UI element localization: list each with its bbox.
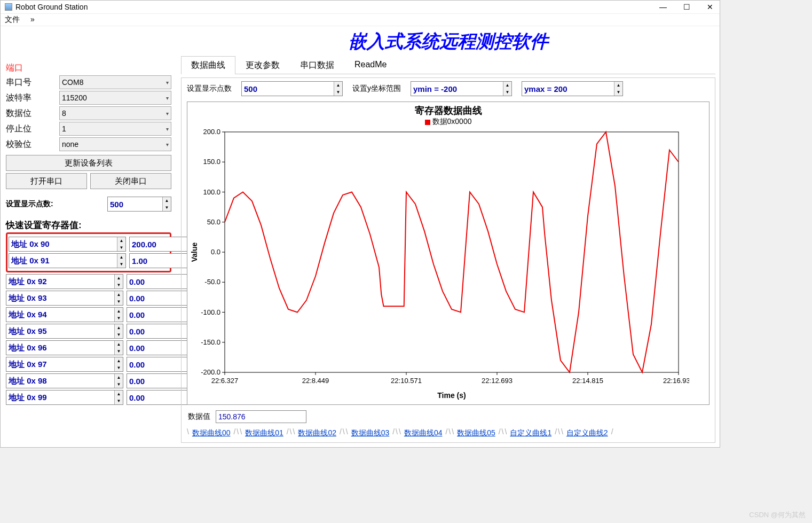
svg-text:-100.0: -100.0 [201, 308, 220, 316]
chart-points-spin[interactable]: ▲▼ [241, 81, 343, 96]
spin-up-icon[interactable]: ▲ [115, 357, 123, 364]
close-button[interactable]: ✕ [705, 3, 715, 11]
spin-up-icon[interactable]: ▲ [115, 391, 123, 397]
bottom-tab-5[interactable]: 数据曲线05 [455, 427, 498, 439]
minimize-button[interactable]: — [658, 3, 668, 11]
register-addr-spin[interactable]: ▲▼ [6, 373, 123, 388]
ymax-spin[interactable]: ▲▼ [522, 81, 623, 96]
spin-up-icon[interactable]: ▲ [334, 82, 342, 89]
spin-down-icon[interactable]: ▼ [503, 89, 511, 96]
register-row: ▲▼▲▼ [9, 237, 169, 252]
svg-text:-150.0: -150.0 [201, 338, 220, 346]
spin-down-icon[interactable]: ▼ [334, 89, 342, 96]
highlighted-registers: ▲▼▲▼▲▼▲▼ [6, 232, 171, 272]
page-title: 嵌入式系统远程测控软件 [181, 29, 715, 54]
spin-down-icon[interactable]: ▼ [115, 331, 123, 338]
spin-down-icon[interactable]: ▼ [163, 204, 171, 211]
bottom-tab-7[interactable]: 自定义曲线2 [564, 427, 610, 439]
spin-down-icon[interactable]: ▼ [115, 315, 123, 322]
register-addr-spin[interactable]: ▲▼ [6, 390, 123, 405]
svg-text:22:8.449: 22:8.449 [302, 377, 329, 385]
app-icon [5, 3, 12, 11]
tab-0[interactable]: 数据曲线 [181, 56, 235, 74]
open-port-button[interactable]: 打开串口 [6, 173, 87, 189]
spin-up-icon[interactable]: ▲ [117, 254, 125, 261]
register-addr-input[interactable] [6, 291, 114, 305]
refresh-devices-button[interactable]: 更新设备列表 [6, 155, 171, 171]
spin-up-icon[interactable]: ▲ [503, 82, 511, 89]
spin-down-icon[interactable]: ▼ [115, 381, 123, 388]
tab-1[interactable]: 更改参数 [235, 56, 290, 74]
spin-up-icon[interactable]: ▲ [163, 197, 171, 204]
data-value-input[interactable] [216, 410, 306, 423]
register-addr-input[interactable] [6, 391, 114, 404]
spin-up-icon[interactable]: ▲ [115, 275, 123, 282]
stopbits-select[interactable]: 1▾ [59, 122, 171, 136]
spin-down-icon[interactable]: ▼ [115, 348, 123, 355]
ymin-spin[interactable]: ▲▼ [411, 81, 512, 96]
display-points-input[interactable] [108, 197, 162, 211]
spin-up-icon[interactable]: ▲ [115, 341, 123, 348]
register-addr-spin[interactable]: ▲▼ [6, 324, 123, 339]
register-addr-input[interactable] [9, 237, 117, 251]
register-addr-input[interactable] [6, 374, 114, 388]
register-addr-spin[interactable]: ▲▼ [6, 307, 123, 322]
serial-select[interactable]: COM8▾ [59, 75, 171, 89]
register-addr-spin[interactable]: ▲▼ [9, 253, 126, 268]
baud-label: 波特率 [6, 92, 59, 104]
chart-yrange-label: 设置y坐标范围 [352, 84, 401, 93]
menu-more[interactable]: » [30, 15, 35, 24]
register-addr-spin[interactable]: ▲▼ [6, 340, 123, 355]
register-addr-input[interactable] [6, 275, 114, 288]
bottom-tab-2[interactable]: 数据曲线02 [296, 427, 338, 439]
parity-label: 校验位 [6, 139, 59, 150]
parity-select[interactable]: none▾ [59, 137, 171, 151]
chart-panel: 设置显示点数 ▲▼ 设置y坐标范围 ▲▼ ▲▼ [181, 77, 715, 443]
spin-up-icon[interactable]: ▲ [115, 308, 123, 315]
plot-box: 寄存器数据曲线 数据0x0000 -200.0-150.0-100.0-50.0… [187, 102, 709, 405]
spin-down-icon[interactable]: ▼ [614, 89, 622, 96]
bottom-tab-6[interactable]: 自定义曲线1 [508, 427, 554, 439]
bottom-tab-1[interactable]: 数据曲线01 [243, 427, 286, 439]
register-addr-spin[interactable]: ▲▼ [6, 357, 123, 372]
register-addr-input[interactable] [6, 357, 114, 371]
spin-up-icon[interactable]: ▲ [115, 324, 123, 331]
register-addr-input[interactable] [6, 341, 114, 355]
register-addr-spin[interactable]: ▲▼ [6, 274, 123, 289]
spin-up-icon[interactable]: ▲ [117, 237, 125, 244]
register-row: ▲▼▲▼ [6, 373, 171, 388]
maximize-button[interactable]: ☐ [681, 3, 692, 11]
register-addr-spin[interactable]: ▲▼ [9, 237, 126, 252]
register-row: ▲▼▲▼ [6, 307, 171, 322]
bottom-tab-4[interactable]: 数据曲线04 [402, 427, 445, 439]
register-addr-spin[interactable]: ▲▼ [6, 291, 123, 306]
tab-3[interactable]: ReadMe [344, 56, 397, 74]
bottom-tab-0[interactable]: 数据曲线00 [190, 427, 233, 439]
databits-select[interactable]: 8▾ [59, 106, 171, 120]
register-addr-input[interactable] [6, 308, 114, 322]
bottom-tab-3[interactable]: 数据曲线03 [349, 427, 392, 439]
serial-label: 串口号 [6, 77, 59, 88]
close-port-button[interactable]: 关闭串口 [90, 173, 171, 189]
svg-text:-200.0: -200.0 [201, 368, 220, 376]
spin-down-icon[interactable]: ▼ [117, 244, 125, 251]
tab-2[interactable]: 串口数据 [290, 56, 344, 74]
spin-down-icon[interactable]: ▼ [115, 364, 123, 371]
databits-label: 数据位 [6, 108, 59, 119]
spin-up-icon[interactable]: ▲ [115, 374, 123, 381]
spin-up-icon[interactable]: ▲ [115, 291, 123, 298]
menubar: 文件 » [1, 14, 720, 26]
register-addr-input[interactable] [9, 254, 117, 268]
menu-file[interactable]: 文件 [5, 15, 20, 24]
baud-select[interactable]: 115200▾ [59, 91, 171, 105]
register-addr-input[interactable] [6, 324, 114, 338]
spin-down-icon[interactable]: ▼ [115, 397, 123, 404]
register-row: ▲▼▲▼ [9, 253, 169, 268]
plot-svg[interactable]: -200.0-150.0-100.0-50.00.050.0100.0150.0… [187, 127, 689, 404]
spin-down-icon[interactable]: ▼ [115, 298, 123, 305]
spin-up-icon[interactable]: ▲ [614, 82, 622, 89]
display-points-spin[interactable]: ▲▼ [107, 197, 171, 212]
svg-text:22:14.815: 22:14.815 [572, 377, 603, 385]
spin-down-icon[interactable]: ▼ [117, 261, 125, 268]
spin-down-icon[interactable]: ▼ [115, 282, 123, 288]
